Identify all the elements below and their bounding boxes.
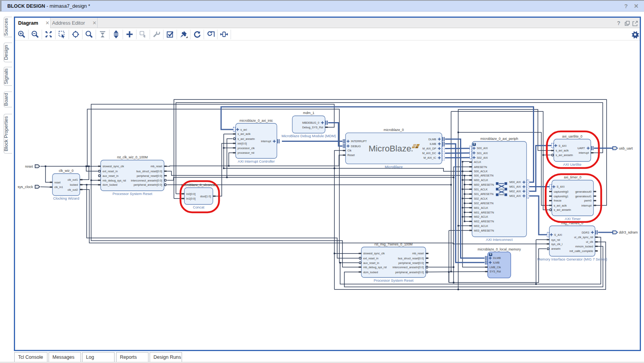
svg-text:interrupt: interrupt	[579, 151, 589, 155]
svg-text:axi_timer_0: axi_timer_0	[564, 175, 582, 179]
svg-text:freeze: freeze	[554, 199, 561, 202]
svg-text:Processor System Reset: Processor System Reset	[374, 278, 414, 282]
svg-text:M03_ARESETN: M03_ARESETN	[474, 229, 494, 232]
svg-text:M02_ACLK: M02_ACLK	[474, 215, 488, 218]
svg-text:rst_mig_7series_0_100M: rst_mig_7series_0_100M	[374, 242, 413, 246]
svg-text:ext_reset_in: ext_reset_in	[103, 170, 118, 173]
svg-text:MicroBlaze Debug Module (MDM): MicroBlaze Debug Module (MDM)	[282, 134, 336, 138]
svg-text:peripheral_aresetn[0:0]: peripheral_aresetn[0:0]	[134, 183, 162, 187]
svg-text:mb_reset: mb_reset	[151, 165, 162, 168]
svg-text:s_axi_aclk: s_axi_aclk	[554, 204, 567, 207]
svg-text:capturetrig0: capturetrig0	[554, 190, 568, 193]
svg-text:DLMB: DLMB	[428, 138, 436, 141]
svg-text:Reset: Reset	[347, 153, 355, 157]
svg-text:ext_reset_in: ext_reset_in	[363, 257, 378, 260]
svg-text:microblaze_0_axi_intc: microblaze_0_axi_intc	[239, 119, 273, 123]
svg-text:LMB_Clk: LMB_Clk	[490, 266, 501, 269]
svg-text:DEBUG: DEBUG	[351, 145, 361, 148]
svg-text:rst_clk_wiz_0_100M: rst_clk_wiz_0_100M	[117, 155, 148, 159]
svg-text:M03_AXI: M03_AXI	[509, 194, 521, 198]
svg-text:M_AXI_DC: M_AXI_DC	[422, 151, 436, 155]
svg-text:Processor System Reset: Processor System Reset	[113, 192, 153, 196]
svg-text:M02_AXI: M02_AXI	[509, 190, 521, 193]
svg-text:M03_ACLK: M03_ACLK	[474, 224, 488, 228]
svg-text:clk_in1: clk_in1	[54, 185, 63, 189]
svg-text:M00_AXI: M00_AXI	[509, 180, 521, 184]
svg-text:axi_uartlite_0: axi_uartlite_0	[562, 134, 582, 138]
svg-text:S00_ACLK: S00_ACLK	[474, 170, 488, 173]
svg-text:capturetrig1: capturetrig1	[554, 195, 568, 198]
svg-text:ui_clk: ui_clk	[586, 240, 593, 244]
svg-text:Board: Board	[3, 93, 9, 106]
svg-text:pwm0: pwm0	[584, 199, 592, 202]
svg-text:generateout1: generateout1	[575, 195, 592, 198]
svg-text:clk_wiz_0: clk_wiz_0	[59, 169, 73, 173]
svg-text:mb_reset: mb_reset	[412, 252, 424, 255]
svg-text:aux_reset_in: aux_reset_in	[363, 261, 379, 265]
svg-text:+: +	[489, 252, 491, 256]
svg-text:Clocking Wizard: Clocking Wizard	[53, 196, 79, 200]
svg-text:Clk: Clk	[347, 149, 352, 152]
svg-text:bus_struct_reset[0:0]: bus_struct_reset[0:0]	[136, 170, 162, 173]
svg-text:mb_debug_sys_rst: mb_debug_sys_rst	[103, 179, 126, 182]
svg-text:Memory Interface Generator (MI: Memory Interface Generator (MIG 7 Series…	[537, 257, 607, 261]
svg-text:MicroBlaze: MicroBlaze	[385, 165, 403, 169]
svg-text:Block Properties: Block Properties	[3, 116, 9, 151]
svg-text:microblaze_0_axi_periph: microblaze_0_axi_periph	[480, 137, 518, 141]
svg-text:In0[0:0]: In0[0:0]	[186, 192, 196, 196]
svg-text:S02_AXI: S02_AXI	[477, 156, 488, 160]
svg-text:ARESETN: ARESETN	[474, 165, 487, 169]
svg-text:s_axi: s_axi	[241, 128, 247, 131]
svg-text:M01_ARESETN: M01_ARESETN	[474, 211, 494, 214]
svg-text:S00_AXI: S00_AXI	[477, 146, 488, 150]
svg-text:AXI Uartlite: AXI Uartlite	[563, 162, 581, 166]
svg-text:AXI Timer: AXI Timer	[565, 217, 580, 221]
svg-text:reset: reset	[25, 165, 33, 168]
svg-text:Design: Design	[3, 45, 9, 60]
svg-text:ui_clk_sync_rst: ui_clk_sync_rst	[574, 235, 593, 239]
svg-text:init_calib_complete: init_calib_complete	[570, 249, 593, 253]
svg-text:microblaze_0_local_memory: microblaze_0_local_memory	[478, 247, 521, 251]
svg-text:sys_clk_i: sys_clk_i	[551, 242, 563, 246]
svg-text:mdm_1: mdm_1	[303, 111, 314, 115]
svg-text:dcm_locked: dcm_locked	[103, 183, 117, 187]
svg-text:INTERRUPT: INTERRUPT	[351, 139, 367, 143]
svg-text:processor_clk: processor_clk	[238, 146, 255, 150]
svg-text:microblaze_0: microblaze_0	[384, 128, 404, 132]
svg-text:MBDEBUG_0: MBDEBUG_0	[302, 121, 319, 124]
svg-text:M01_ACLK: M01_ACLK	[474, 206, 488, 210]
svg-text:peripheral_aresetn[0:0]: peripheral_aresetn[0:0]	[395, 271, 424, 274]
svg-text:aux_reset_in: aux_reset_in	[103, 174, 118, 178]
svg-text:DLMB: DLMB	[493, 256, 501, 260]
svg-text:interrupt: interrupt	[261, 139, 271, 143]
svg-text:S01_ACLK: S01_ACLK	[474, 188, 488, 191]
svg-text:MicroBlaze: MicroBlaze	[369, 144, 411, 153]
svg-text:dout[1:0]: dout[1:0]	[200, 195, 211, 198]
svg-text:peripheral_reset[0:0]: peripheral_reset[0:0]	[137, 174, 162, 178]
svg-text:DDR3: DDR3	[582, 231, 589, 234]
svg-text:S_AXI: S_AXI	[554, 233, 562, 237]
svg-text:slowest_sync_clk: slowest_sync_clk	[363, 252, 385, 255]
svg-text:M_AXI_IC: M_AXI_IC	[423, 156, 436, 160]
svg-text:ddr3_sdram: ddr3_sdram	[619, 230, 638, 234]
svg-text:generateout0: generateout0	[575, 190, 592, 193]
svg-text:UART: UART	[578, 146, 585, 150]
svg-text:M00_ARESETN: M00_ARESETN	[474, 183, 494, 187]
svg-text:sys_clock: sys_clock	[18, 185, 33, 189]
svg-text:locked: locked	[70, 183, 78, 187]
svg-text:M02_ARESETN: M02_ARESETN	[474, 220, 494, 223]
svg-text:SYS_Rst: SYS_Rst	[490, 270, 501, 273]
svg-text:clk_out2: clk_out2	[67, 188, 78, 192]
svg-text:s_axi_aresetn: s_axi_aresetn	[554, 208, 571, 212]
svg-text:M01_AXI: M01_AXI	[509, 185, 521, 188]
svg-text:AXI Interconnect: AXI Interconnect	[486, 237, 513, 242]
svg-text:s_axi_aresetn: s_axi_aresetn	[556, 153, 573, 157]
svg-text:peripheral_reset[0:0]: peripheral_reset[0:0]	[398, 261, 424, 265]
svg-text:ACLK: ACLK	[474, 160, 481, 164]
svg-text:S01_ARESETN: S01_ARESETN	[474, 192, 494, 196]
svg-text:dcm_locked: dcm_locked	[363, 271, 378, 274]
svg-text:s_axi_aclk: s_axi_aclk	[556, 149, 569, 152]
svg-text:interconnect_aresetn[0:0]: interconnect_aresetn[0:0]	[131, 179, 162, 182]
svg-text:Concat: Concat	[193, 205, 204, 209]
svg-text:+: +	[473, 142, 475, 146]
